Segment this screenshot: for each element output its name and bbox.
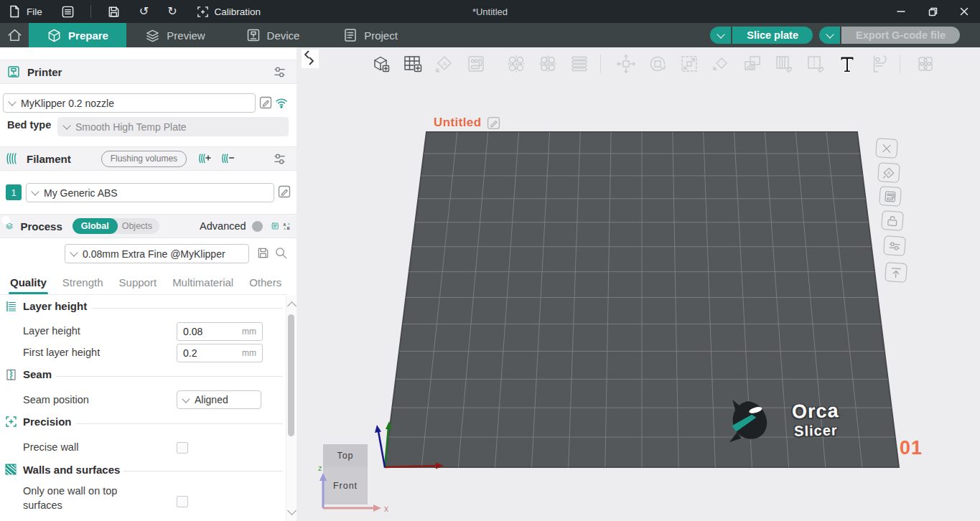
delete-all-button[interactable] <box>875 138 898 159</box>
save-preset-icon[interactable] <box>256 246 270 260</box>
scrollbar-thumb[interactable] <box>288 314 294 436</box>
delete-all-icon <box>879 141 894 156</box>
wifi-connection-icon[interactable] <box>275 96 288 109</box>
filament-section-title: Filament <box>27 153 71 165</box>
export-split-button: Export G-code file <box>819 27 960 44</box>
file-icon <box>7 4 22 19</box>
printer-preset-select[interactable]: MyKlipper 0.2 nozzle <box>3 93 256 113</box>
build-plate[interactable] <box>297 47 980 521</box>
slice-plate-button[interactable]: Slice plate <box>732 27 813 44</box>
undo-button[interactable]: ↺ <box>132 0 156 23</box>
tab-support[interactable]: Support <box>119 276 157 294</box>
export-dropdown-button[interactable] <box>819 27 840 44</box>
main-menu-button[interactable] <box>54 0 82 23</box>
plate-arrange-button[interactable] <box>879 186 902 207</box>
plate-settings-button[interactable] <box>883 235 906 256</box>
tab-others[interactable]: Others <box>249 276 281 294</box>
lock-plate-button[interactable] <box>881 210 904 231</box>
redo-icon: ↻ <box>167 6 177 17</box>
close-button[interactable] <box>948 0 980 23</box>
precise-wall-checkbox[interactable] <box>177 442 188 454</box>
main-tabbar: Prepare Preview Device Project Slice pla… <box>0 23 980 47</box>
edit-printer-icon[interactable] <box>259 96 272 109</box>
flushing-volumes-button[interactable]: Flushing volumes <box>101 151 187 167</box>
lock-open-icon <box>885 213 900 228</box>
orca-logo-icon <box>726 399 770 443</box>
param-label: Seam position <box>23 394 89 405</box>
home-icon <box>6 27 23 44</box>
compare-presets-icon[interactable]: AB <box>283 220 291 233</box>
process-section-header: Process Global Objects Advanced AB <box>0 214 297 238</box>
preview-layers-icon <box>145 28 160 43</box>
process-scope-toggle[interactable]: Global Objects <box>73 218 159 234</box>
search-icon[interactable] <box>274 246 288 260</box>
advanced-toggle[interactable] <box>252 221 263 232</box>
bed-type-select[interactable]: Smooth High Temp Plate <box>57 117 289 136</box>
auto-orient-icon: A <box>881 165 896 180</box>
svg-text:B: B <box>287 226 290 230</box>
process-preset-select[interactable]: 0.08mm Extra Fine @MyKlipper <box>65 244 249 263</box>
tab-preview-label: Preview <box>167 29 205 42</box>
filament-preset-select[interactable]: My Generic ABS <box>26 183 274 202</box>
calibration-menu[interactable]: Calibration <box>189 0 269 23</box>
titlebar: File ↺ ↻ Calibration *Untitled <box>0 0 980 23</box>
maximize-button[interactable] <box>917 0 948 23</box>
printer-section-title: Printer <box>27 66 62 78</box>
chevron-down-icon <box>182 395 190 403</box>
printer-settings-icon[interactable] <box>274 66 286 78</box>
plate-auto-orient-button[interactable]: A <box>877 162 900 183</box>
bed-type-label: Bed type <box>7 119 51 131</box>
add-filament-icon[interactable] <box>198 152 213 166</box>
scroll-up-icon[interactable] <box>287 301 297 311</box>
tab-preview[interactable]: Preview <box>126 23 224 47</box>
first-layer-height-input[interactable]: 0.2 mm <box>177 344 263 362</box>
home-button[interactable] <box>0 23 29 47</box>
file-menu[interactable]: File <box>0 0 50 23</box>
precision-icon <box>5 416 17 428</box>
scroll-down-icon[interactable] <box>287 506 297 515</box>
seam-position-select[interactable]: Aligned <box>177 390 261 409</box>
export-gcode-button[interactable]: Export G-code file <box>841 27 960 44</box>
remove-filament-icon[interactable] <box>221 152 235 166</box>
tab-device[interactable]: Device <box>224 23 322 47</box>
filament-preset-value: My Generic ABS <box>44 187 118 199</box>
seam-icon <box>6 369 17 380</box>
tab-project[interactable]: Project <box>322 23 419 47</box>
tab-multimaterial[interactable]: Multimaterial <box>172 276 233 294</box>
param-label: Layer height <box>23 325 80 337</box>
bed-type-value: Smooth High Temp Plate <box>75 121 187 133</box>
sidebar-scrollbar[interactable] <box>286 296 296 521</box>
printer-preset-value: MyKlipper 0.2 nozzle <box>21 98 114 109</box>
parameter-table-icon[interactable] <box>271 220 279 233</box>
calibration-label: Calibration <box>215 6 261 17</box>
param-label: Only one wall on top surfaces <box>23 484 151 512</box>
slice-dropdown-button[interactable] <box>710 27 731 44</box>
seam-group-header: Seam <box>6 368 52 380</box>
scope-objects[interactable]: Objects <box>118 221 159 231</box>
viewport-3d[interactable]: A Untitled <box>297 47 980 521</box>
plate-number: 01 <box>900 437 923 459</box>
layer-height-input[interactable]: 0.08 mm <box>177 322 263 341</box>
one-wall-top-checkbox[interactable] <box>177 496 188 507</box>
filament-icon <box>6 152 20 165</box>
sidebar: Printer MyKlipper 0.2 nozzle Bed type Sm… <box>0 47 297 521</box>
filament-settings-icon[interactable] <box>274 153 286 165</box>
save-button[interactable] <box>100 0 128 23</box>
edit-filament-icon[interactable] <box>278 185 291 198</box>
save-icon <box>107 5 121 19</box>
plate-logo-text: Orca Slicer <box>775 401 855 439</box>
tab-quality[interactable]: Quality <box>10 276 47 294</box>
svg-text:A: A <box>284 222 286 227</box>
x-axis-label: x <box>384 504 388 514</box>
param-label: First layer height <box>23 347 100 358</box>
redo-button[interactable]: ↻ <box>160 0 184 23</box>
printer-icon <box>7 65 20 78</box>
scope-global[interactable]: Global <box>73 218 118 234</box>
tab-prepare[interactable]: Prepare <box>29 23 126 47</box>
move-plate-front-button[interactable] <box>885 262 907 283</box>
group-title: Seam <box>23 368 52 380</box>
tab-strength[interactable]: Strength <box>62 276 103 294</box>
layer-height-group-header: Layer height <box>6 300 87 312</box>
minimize-button[interactable] <box>885 0 917 23</box>
chevron-down-icon <box>70 248 78 256</box>
